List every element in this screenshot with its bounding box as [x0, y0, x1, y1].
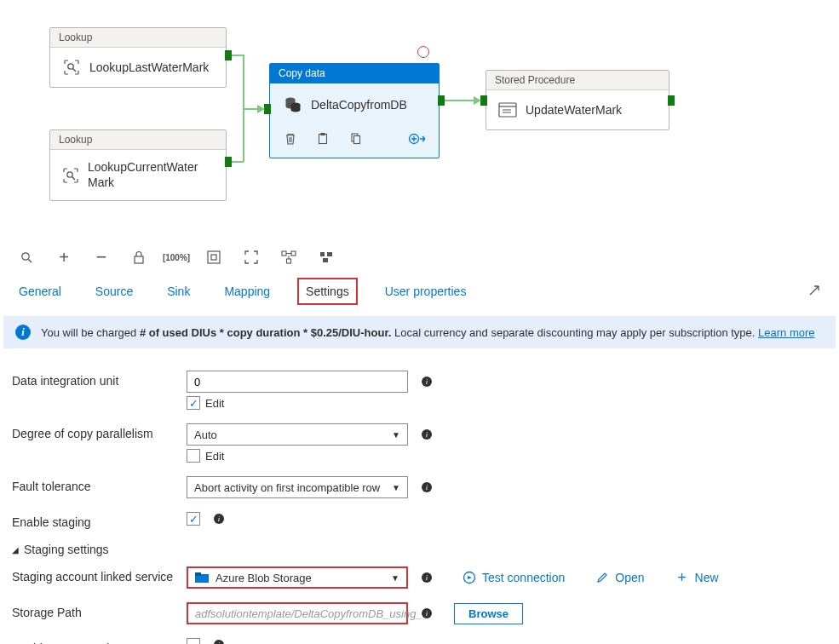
- svg-rect-11: [135, 256, 143, 263]
- parallelism-select[interactable]: Auto ▼: [187, 423, 408, 446]
- parallelism-label: Degree of copy parallelism: [12, 423, 187, 440]
- info-icon[interactable]: i: [422, 572, 432, 583]
- fullscreen-icon[interactable]: [244, 250, 259, 265]
- validation-error-marker: [417, 46, 429, 58]
- staging-settings-toggle[interactable]: ◢ Staging settings: [12, 536, 827, 560]
- chevron-down-icon: ▼: [392, 483, 400, 492]
- zoom-in-icon[interactable]: +: [56, 250, 72, 265]
- lookup-icon: [62, 166, 79, 185]
- node-title: LookupLastWaterMark: [89, 60, 209, 74]
- info-icon[interactable]: i: [422, 429, 432, 440]
- info-icon[interactable]: i: [214, 514, 224, 524]
- diu-edit-checkbox[interactable]: ✓: [187, 396, 200, 410]
- plus-icon: +: [675, 571, 689, 584]
- expand-panel-icon[interactable]: [808, 285, 827, 299]
- delete-icon[interactable]: [284, 132, 297, 148]
- tab-user-properties[interactable]: User properties: [378, 278, 474, 305]
- zoom-100-icon[interactable]: [100%]: [169, 250, 184, 265]
- open-link[interactable]: Open: [595, 571, 644, 584]
- storage-path-label: Storage Path: [12, 602, 187, 619]
- info-icon[interactable]: i: [422, 377, 432, 387]
- lookup-icon: [62, 58, 81, 77]
- svg-point-0: [68, 64, 73, 69]
- lock-icon[interactable]: [131, 250, 147, 265]
- svg-point-10: [21, 252, 28, 259]
- enable-compression-checkbox[interactable]: [187, 638, 200, 644]
- node-type-label: Lookup: [50, 130, 226, 150]
- canvas-toolbar: + − [100%]: [0, 243, 839, 274]
- node-lookup-last-watermark[interactable]: Lookup LookupLastWaterMark: [49, 27, 227, 88]
- enable-staging-checkbox[interactable]: ✓: [187, 512, 200, 526]
- tab-source[interactable]: Source: [89, 278, 140, 305]
- svg-rect-13: [211, 255, 216, 260]
- node-type-label: Copy data: [270, 64, 439, 83]
- database-copy-icon: [284, 95, 302, 114]
- settings-form: Data integration unit i ✓ Edit Degree of…: [0, 355, 839, 644]
- svg-rect-14: [282, 251, 286, 256]
- stored-procedure-icon: [498, 101, 517, 119]
- info-icon[interactable]: i: [422, 608, 432, 618]
- svg-rect-4: [319, 135, 327, 144]
- node-copy-data[interactable]: Copy data DeltaCopyfromDB: [269, 63, 440, 158]
- diu-edit-label: Edit: [205, 397, 224, 410]
- tab-sink[interactable]: Sink: [160, 278, 197, 305]
- parallelism-edit-label: Edit: [205, 450, 224, 463]
- collapse-icon: ◢: [12, 545, 19, 555]
- info-icon: i: [15, 325, 31, 340]
- banner-text: You will be charged # of used DIUs * cop…: [41, 326, 815, 339]
- test-connection-link[interactable]: Test connection: [463, 571, 565, 584]
- layout-icon[interactable]: [319, 250, 334, 265]
- info-icon[interactable]: i: [422, 482, 432, 492]
- learn-more-link[interactable]: Learn more: [758, 326, 814, 339]
- diu-label: Data integration unit: [12, 371, 187, 388]
- node-title: DeltaCopyfromDB: [311, 98, 407, 112]
- search-icon[interactable]: [19, 250, 34, 265]
- chevron-down-icon: ▼: [391, 573, 399, 583]
- svg-rect-12: [208, 251, 220, 263]
- pipeline-canvas[interactable]: Lookup LookupLastWaterMark Lookup Lookup…: [0, 0, 839, 243]
- svg-rect-15: [291, 251, 296, 256]
- clipboard-icon[interactable]: [316, 132, 330, 148]
- blob-storage-icon: [195, 572, 209, 583]
- add-output-icon[interactable]: [408, 131, 425, 149]
- test-connection-icon: [463, 571, 476, 584]
- node-title: UpdateWaterMark: [526, 103, 622, 117]
- node-lookup-current-watermark[interactable]: Lookup LookupCurrentWater Mark: [49, 129, 227, 201]
- node-title: LookupCurrentWater Mark: [88, 160, 214, 190]
- svg-rect-21: [195, 572, 201, 576]
- node-type-label: Stored Procedure: [486, 71, 669, 90]
- svg-rect-16: [287, 259, 291, 263]
- svg-point-1: [67, 171, 72, 176]
- info-icon[interactable]: i: [214, 640, 224, 644]
- svg-rect-17: [320, 252, 325, 256]
- pricing-banner: i You will be charged # of used DIUs * c…: [3, 316, 836, 348]
- fit-icon[interactable]: [206, 250, 221, 265]
- linked-service-select[interactable]: Azure Blob Storage ▼: [187, 566, 408, 589]
- svg-rect-18: [327, 252, 332, 256]
- zoom-out-icon[interactable]: −: [94, 250, 109, 265]
- node-type-label: Lookup: [50, 28, 226, 48]
- browse-button[interactable]: Browse: [454, 603, 523, 624]
- svg-rect-19: [323, 258, 328, 262]
- enable-compression-label: Enable Compression: [12, 638, 187, 644]
- storage-path-input[interactable]: adfsolutiontemplate/DeltaCopyfromDB_usin…: [187, 602, 408, 624]
- node-stored-procedure[interactable]: Stored Procedure UpdateWaterMark: [486, 70, 669, 130]
- svg-rect-7: [354, 136, 360, 144]
- fault-tolerance-select[interactable]: Abort activity on first incompatible row…: [187, 476, 408, 498]
- fault-tolerance-label: Fault tolerance: [12, 476, 187, 493]
- chevron-down-icon: ▼: [392, 430, 400, 440]
- tab-settings[interactable]: Settings: [297, 278, 358, 305]
- tab-mapping[interactable]: Mapping: [217, 278, 277, 305]
- enable-staging-label: Enable staging: [12, 512, 187, 529]
- new-link[interactable]: + New: [675, 571, 719, 584]
- copy-icon[interactable]: [348, 132, 362, 148]
- tab-bar: General Source Sink Mapping Settings Use…: [0, 274, 839, 306]
- linked-service-label: Staging account linked service: [12, 566, 187, 584]
- diu-input[interactable]: [187, 371, 408, 393]
- tab-general[interactable]: General: [12, 278, 68, 305]
- parallelism-edit-checkbox[interactable]: [187, 449, 200, 463]
- auto-align-icon[interactable]: [281, 250, 296, 265]
- edit-icon: [595, 571, 609, 584]
